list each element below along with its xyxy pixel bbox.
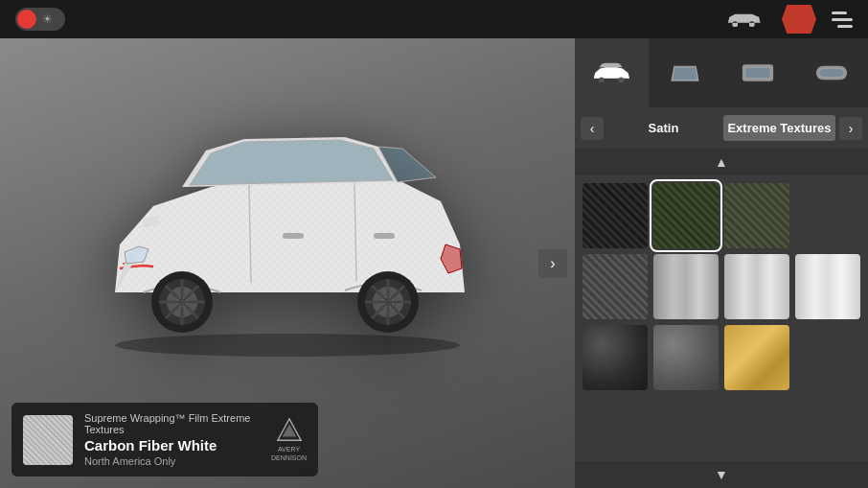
finish-tab-satin[interactable]: Satin [607,115,720,141]
car-nav-icon [722,2,765,36]
swatch-empty-2 [795,325,860,390]
part-button-mirror[interactable] [795,38,869,107]
svg-marker-26 [282,425,296,437]
part-selector [575,38,868,107]
hood-icon [664,56,706,90]
top-nav: ☀ [0,0,868,38]
product-brand: Supreme Wrapping™ Film Extreme Textures [84,412,260,435]
finish-prev-button[interactable]: ‹ [581,117,604,140]
swatch-silver-brushed[interactable] [653,254,719,319]
swatch-green-carbon[interactable] [653,183,719,248]
svg-point-28 [619,77,625,82]
car-container [0,38,575,411]
avery-logo-icon [276,417,303,444]
svg-point-27 [599,77,605,82]
svg-point-0 [115,334,460,357]
nav-icons [720,4,853,35]
car-view: › [0,38,575,488]
avery-brand-text: AVERYDENNISON [271,446,307,462]
finish-next-button[interactable]: › [839,117,862,140]
finish-tab-extreme-textures[interactable]: Extreme Textures [723,115,835,141]
product-region: North America Only [84,455,260,467]
toggle-icon: ☀ [40,12,54,26]
swatch-gold[interactable] [724,325,789,390]
mirror-icon [811,56,853,90]
svg-rect-32 [819,69,844,78]
svg-rect-4 [374,233,395,239]
swatch-black-texture[interactable] [582,325,648,390]
swatch-light-silver-brushed[interactable] [724,254,789,319]
svg-rect-3 [283,233,304,239]
swatch-empty-1 [795,183,860,248]
car-illustration [57,91,517,360]
full-car-icon [590,56,632,90]
nav-car-button[interactable] [720,4,766,35]
finish-tabs: Satin Extreme Textures [607,115,835,141]
main-content: › [0,38,868,488]
toggle-knob [17,10,36,29]
next-button[interactable]: › [538,249,567,278]
part-button-roof[interactable] [721,38,795,107]
info-card: Supreme Wrapping™ Film Extreme Textures … [11,403,318,476]
color-grid [582,183,860,390]
color-grid-container [575,175,868,461]
right-panel: ‹ Satin Extreme Textures › ▲ [575,38,868,488]
swatch-dark-grey-carbon[interactable] [582,254,648,319]
product-swatch-thumbnail [23,415,73,465]
product-name: Carbon Fiber White [84,437,260,453]
finish-selector: ‹ Satin Extreme Textures › [575,107,868,149]
scroll-down-button[interactable]: ▼ [575,461,868,488]
roof-icon [737,56,779,90]
swatch-white-brushed[interactable] [795,254,860,319]
swatch-black-carbon[interactable] [582,183,648,248]
product-info-text: Supreme Wrapping™ Film Extreme Textures … [84,412,260,467]
part-button-hood[interactable] [649,38,722,107]
toggle-switch[interactable]: ☀ [15,8,65,31]
part-button-full-car[interactable] [575,38,649,107]
avery-dennison-logo: AVERYDENNISON [271,417,307,462]
scroll-up-button[interactable]: ▲ [575,149,868,175]
swatch-grey-texture[interactable] [653,325,719,390]
svg-rect-30 [745,67,770,79]
swatch-olive-carbon[interactable] [724,183,789,248]
wrap-nav-icon[interactable] [782,5,816,34]
menu-nav-icon[interactable] [832,12,853,28]
